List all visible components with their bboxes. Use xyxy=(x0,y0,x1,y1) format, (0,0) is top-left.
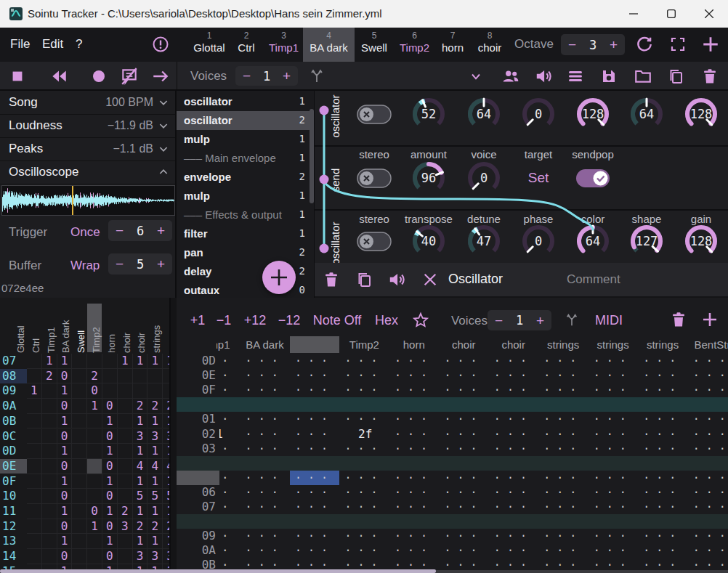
alert-icon[interactable] xyxy=(152,36,169,53)
order-cell[interactable] xyxy=(72,459,87,474)
order-cell[interactable]: 1 xyxy=(163,474,171,489)
order-cell[interactable] xyxy=(72,429,87,444)
note-cell[interactable]: ··· xyxy=(688,412,728,426)
order-row-number[interactable]: 0E xyxy=(0,459,27,474)
order-row-number[interactable]: 0D xyxy=(0,444,27,458)
note-cell[interactable]: ··· xyxy=(688,368,728,383)
fullscreen-icon[interactable] xyxy=(669,36,687,53)
order-cell[interactable] xyxy=(118,474,133,489)
note-cell[interactable]: ··· xyxy=(290,529,339,543)
order-cell[interactable] xyxy=(27,429,42,444)
unit-list-item[interactable]: filter1 xyxy=(177,224,314,243)
order-cell[interactable]: 5 xyxy=(147,489,163,504)
order-cell[interactable] xyxy=(27,504,42,519)
copy-icon[interactable] xyxy=(667,68,684,85)
note-cell[interactable]: ··· xyxy=(389,500,439,514)
order-cell[interactable]: 1 xyxy=(102,444,118,459)
order-cell[interactable] xyxy=(72,354,87,369)
knob-param2[interactable]: 64 xyxy=(465,95,503,133)
order-col-header-glottal[interactable]: Glottal xyxy=(15,302,29,353)
note-cell[interactable]: ··· xyxy=(389,471,439,485)
note-cell[interactable]: ··· xyxy=(439,485,488,500)
order-col-header-choir[interactable]: choir xyxy=(121,302,135,353)
unit-list-item[interactable]: mulp1 xyxy=(177,130,314,149)
order-cell[interactable] xyxy=(72,444,87,459)
order-cell[interactable] xyxy=(118,549,133,564)
order-col-header-choir[interactable]: choir xyxy=(136,302,150,353)
note-cell[interactable]: ··· xyxy=(688,471,728,485)
order-row-number[interactable]: 10 xyxy=(0,489,27,503)
order-cell[interactable]: 0 xyxy=(102,549,118,564)
order-cell[interactable] xyxy=(42,414,57,429)
note-cell[interactable]: ··· xyxy=(219,529,240,543)
order-cell[interactable]: 3 xyxy=(133,549,148,564)
close-icon[interactable] xyxy=(422,272,438,288)
order-cell[interactable] xyxy=(147,369,163,384)
note-cell[interactable]: ··· xyxy=(240,383,289,397)
knob-param3[interactable]: 0 xyxy=(519,95,557,133)
note-cell[interactable]: ··· xyxy=(240,354,289,368)
note-cell[interactable]: ··· xyxy=(638,383,687,397)
order-cell[interactable]: 1 xyxy=(57,444,73,459)
order-cell[interactable] xyxy=(42,399,57,414)
order-cell[interactable]: 1 xyxy=(57,504,73,519)
track-header-horn[interactable]: horn xyxy=(403,338,425,351)
order-cell[interactable] xyxy=(87,429,102,444)
unit-list-item[interactable]: mulp1 xyxy=(177,187,314,206)
note-cell[interactable]: ··· xyxy=(439,427,488,442)
order-cell[interactable] xyxy=(102,383,118,399)
order-cell[interactable] xyxy=(27,459,42,474)
order-cell[interactable]: 1 xyxy=(102,474,118,489)
order-cell[interactable] xyxy=(27,489,42,504)
tab-instrument-timp2[interactable]: 6Timp2 xyxy=(394,28,435,62)
order-cell[interactable]: 1 xyxy=(147,534,163,549)
target-set-button[interactable]: Set xyxy=(528,170,549,186)
tab-instrument-swell[interactable]: 5Swell xyxy=(355,28,394,62)
note-cell[interactable]: ··· xyxy=(589,529,638,543)
order-row-number[interactable]: 14 xyxy=(0,549,27,564)
order-cell[interactable] xyxy=(102,354,118,369)
trash-icon[interactable] xyxy=(701,68,719,85)
note-row-number[interactable]: 06 xyxy=(177,485,216,500)
track-header-strings[interactable]: strings xyxy=(647,338,679,351)
note-cell[interactable]: ··· xyxy=(389,543,439,558)
order-cell[interactable]: 1 xyxy=(87,399,102,414)
order-cell[interactable]: 1 xyxy=(133,534,148,549)
order-cell[interactable]: 1 xyxy=(118,354,133,369)
unit-name-field[interactable]: Oscillator xyxy=(448,272,503,287)
order-cell[interactable] xyxy=(87,534,102,549)
note-cell[interactable]: ··· xyxy=(538,485,588,500)
order-cell[interactable]: 2 xyxy=(133,519,148,535)
order-cell[interactable] xyxy=(87,444,102,459)
trigger-mode-button[interactable]: Once xyxy=(70,225,100,240)
order-cell[interactable]: 1 xyxy=(133,474,148,489)
note-cell[interactable]: ··· xyxy=(688,500,728,514)
order-cell[interactable]: 3 xyxy=(147,429,163,444)
speaker-icon[interactable] xyxy=(387,270,406,289)
order-cell[interactable] xyxy=(163,383,171,399)
knob-param6[interactable]: 128 xyxy=(682,95,720,133)
chevron-down-icon[interactable] xyxy=(158,97,169,108)
note-cell[interactable]: ··· xyxy=(688,442,728,456)
note-cell[interactable]: ··· xyxy=(240,427,289,442)
note-cell[interactable]: ··· xyxy=(339,383,389,397)
order-row-number[interactable]: 11 xyxy=(0,504,27,519)
order-cell[interactable]: 1 xyxy=(57,354,73,369)
note-cell[interactable]: ··· xyxy=(589,485,638,500)
order-cell[interactable]: 2 xyxy=(118,504,133,519)
note-cell[interactable]: ··· xyxy=(638,442,687,456)
order-cell[interactable] xyxy=(27,414,42,429)
order-cell[interactable] xyxy=(147,383,163,399)
order-cell[interactable]: 5 xyxy=(133,489,148,504)
order-cell[interactable]: 2 xyxy=(87,369,102,384)
note-cell[interactable]: ··· xyxy=(589,471,638,485)
order-cell[interactable]: 4 xyxy=(133,459,148,474)
tab-instrument-ba-dark[interactable]: 4BA dark xyxy=(303,28,355,62)
order-cell[interactable]: 0 xyxy=(102,459,118,474)
unit-list-scrollbar[interactable] xyxy=(310,109,314,203)
order-cell[interactable]: 5 xyxy=(163,489,171,504)
record-icon[interactable] xyxy=(90,68,108,85)
order-cell[interactable]: 0 xyxy=(57,399,73,414)
order-cell[interactable] xyxy=(42,519,57,535)
note-cell[interactable]: ··· xyxy=(589,368,638,383)
